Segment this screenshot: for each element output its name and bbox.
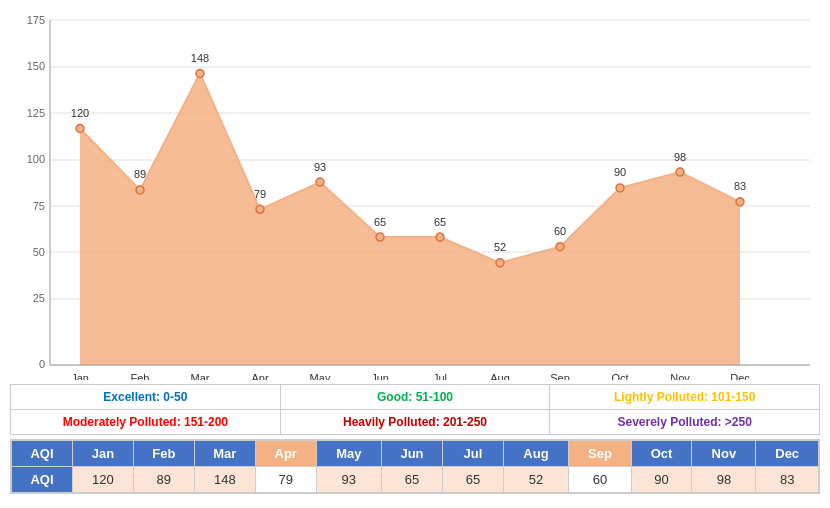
header-feb: Feb — [133, 441, 194, 467]
svg-point-26 — [616, 184, 624, 192]
svg-text:Dec: Dec — [730, 372, 750, 380]
chart-area: 175 150 125 100 75 50 25 0 — [10, 10, 820, 380]
header-apr: Apr — [255, 441, 316, 467]
table-header-row: AQI Jan Feb Mar Apr May Jun Jul Aug Sep … — [12, 441, 819, 467]
header-jul: Jul — [443, 441, 504, 467]
svg-text:98: 98 — [674, 151, 686, 163]
svg-text:79: 79 — [254, 188, 266, 200]
svg-point-28 — [736, 198, 744, 206]
svg-text:Mar: Mar — [191, 372, 210, 380]
main-chart-svg: 175 150 125 100 75 50 25 0 — [10, 10, 820, 380]
legend-heavily-polluted: Heavily Polluted: 201-250 — [281, 410, 551, 434]
val-aug: 52 — [503, 467, 568, 493]
legend-row-1: Excellent: 0-50 Good: 51-100 Lightly Pol… — [11, 385, 819, 410]
legend-excellent: Excellent: 0-50 — [11, 385, 281, 409]
aqi-label-cell: AQI — [12, 441, 73, 467]
val-sep: 60 — [569, 467, 631, 493]
svg-text:89: 89 — [134, 168, 146, 180]
header-nov: Nov — [692, 441, 756, 467]
header-sep: Sep — [569, 441, 631, 467]
val-jul: 65 — [443, 467, 504, 493]
svg-text:Aug: Aug — [490, 372, 510, 380]
svg-text:Sep: Sep — [550, 372, 570, 380]
svg-text:100: 100 — [27, 153, 45, 165]
header-jan: Jan — [73, 441, 134, 467]
chart-container: 175 150 125 100 75 50 25 0 — [0, 0, 830, 494]
svg-text:Jul: Jul — [433, 372, 447, 380]
val-oct: 90 — [631, 467, 692, 493]
svg-text:May: May — [310, 372, 331, 380]
header-may: May — [316, 441, 381, 467]
svg-text:90: 90 — [614, 166, 626, 178]
svg-point-19 — [196, 69, 204, 77]
svg-text:148: 148 — [191, 52, 209, 64]
svg-text:Jun: Jun — [371, 372, 389, 380]
svg-text:Apr: Apr — [251, 372, 268, 380]
legend-good: Good: 51-100 — [281, 385, 551, 409]
svg-text:93: 93 — [314, 161, 326, 173]
svg-point-20 — [256, 205, 264, 213]
svg-text:65: 65 — [434, 216, 446, 228]
val-nov: 98 — [692, 467, 756, 493]
table-data-row: AQI 120 89 148 79 93 65 65 52 60 90 98 8… — [12, 467, 819, 493]
svg-point-17 — [76, 125, 84, 133]
legend-moderately-polluted: Moderately Polluted: 151-200 — [11, 410, 281, 434]
legend-row-2: Moderately Polluted: 151-200 Heavily Pol… — [11, 410, 819, 434]
svg-text:Jan: Jan — [71, 372, 89, 380]
svg-text:50: 50 — [33, 246, 45, 258]
legend-area: Excellent: 0-50 Good: 51-100 Lightly Pol… — [10, 384, 820, 435]
svg-marker-16 — [80, 73, 740, 365]
val-may: 93 — [316, 467, 381, 493]
svg-text:0: 0 — [39, 358, 45, 370]
svg-text:175: 175 — [27, 14, 45, 26]
svg-point-18 — [136, 186, 144, 194]
legend-severely-polluted: Severely Polluted: >250 — [550, 410, 819, 434]
svg-point-27 — [676, 168, 684, 176]
svg-point-25 — [556, 243, 564, 251]
legend-lightly-polluted: Lightly Polluted: 101-150 — [550, 385, 819, 409]
svg-text:Nov: Nov — [670, 372, 690, 380]
val-feb: 89 — [133, 467, 194, 493]
val-apr: 79 — [255, 467, 316, 493]
header-jun: Jun — [382, 441, 443, 467]
val-jan: 120 — [73, 467, 134, 493]
aqi-row-label: AQI — [12, 467, 73, 493]
svg-text:120: 120 — [71, 107, 89, 119]
data-table: AQI Jan Feb Mar Apr May Jun Jul Aug Sep … — [10, 439, 820, 494]
svg-point-23 — [436, 233, 444, 241]
svg-text:Feb: Feb — [131, 372, 150, 380]
svg-text:52: 52 — [494, 241, 506, 253]
svg-text:65: 65 — [374, 216, 386, 228]
header-oct: Oct — [631, 441, 692, 467]
svg-text:Oct: Oct — [611, 372, 628, 380]
svg-text:75: 75 — [33, 200, 45, 212]
svg-point-22 — [376, 233, 384, 241]
svg-point-24 — [496, 259, 504, 267]
header-aug: Aug — [503, 441, 568, 467]
header-dec: Dec — [756, 441, 819, 467]
val-jun: 65 — [382, 467, 443, 493]
header-mar: Mar — [194, 441, 255, 467]
svg-text:60: 60 — [554, 225, 566, 237]
svg-text:150: 150 — [27, 60, 45, 72]
val-dec: 83 — [756, 467, 819, 493]
val-mar: 148 — [194, 467, 255, 493]
svg-point-21 — [316, 178, 324, 186]
svg-text:125: 125 — [27, 107, 45, 119]
svg-text:83: 83 — [734, 180, 746, 192]
svg-text:25: 25 — [33, 292, 45, 304]
